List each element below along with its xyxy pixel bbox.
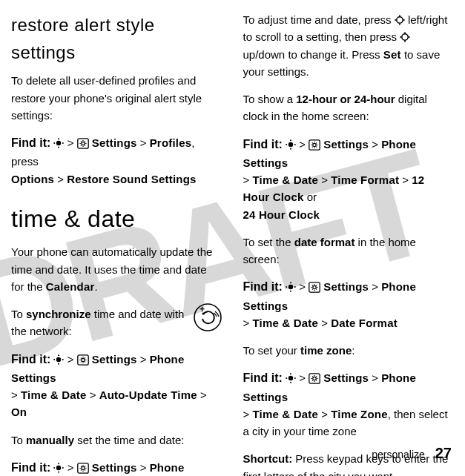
restore-intro: To delete all user-defined profiles and … [11, 72, 222, 124]
center-key-icon [53, 352, 64, 369]
page-number: 27 [435, 445, 452, 461]
settings-icon [309, 280, 320, 291]
find-it-label: Find it: [243, 138, 283, 151]
center-key-icon [53, 460, 64, 476]
page-columns: restore alert style settings To delete a… [11, 11, 454, 476]
tz-a: To set your [243, 344, 301, 357]
adj-c: up/down to change it. Press [243, 48, 383, 61]
df-b: date format [294, 236, 355, 248]
td-intro-c: . [95, 280, 98, 293]
left-column: restore alert style settings To delete a… [11, 11, 222, 476]
cf-a: To show a [243, 93, 297, 105]
or-text: or [304, 191, 317, 203]
path-time-zone: Time Zone [331, 408, 388, 420]
shortcut-label: Shortcut: [243, 452, 293, 465]
adjust-intro: To adjust time and date, press left/righ… [243, 11, 455, 80]
path-profiles: Profiles [150, 136, 192, 149]
path-settings: Settings [323, 138, 369, 151]
find-it-sync: Find it: > Settings > Phone Settings > T… [11, 351, 222, 421]
path-settings: Settings [92, 461, 137, 474]
settings-icon [309, 371, 320, 383]
sync-intro: To synchronize time and date with the ne… [11, 305, 222, 340]
manual-intro: To manually set the time and date: [11, 432, 222, 449]
clock-format-intro: To show a 12-hour or 24-hour digital clo… [243, 90, 455, 125]
path-time-date: Time & Date [252, 317, 318, 329]
sync-b: synchronize [26, 308, 91, 320]
path-settings: Settings [92, 136, 137, 149]
adj-a: To adjust time and date, press [243, 13, 395, 26]
section-name: personalize [372, 449, 425, 460]
path-time-date: Time & Date [252, 173, 318, 186]
path-options: Options [11, 173, 54, 185]
settings-icon [309, 138, 320, 149]
date-format-intro: To set the date format in the home scree… [243, 234, 455, 268]
center-key-icon [286, 371, 296, 388]
path-restore-sound: Restore Sound Settings [67, 173, 196, 185]
tz-c: : [352, 344, 354, 357]
set-key: Set [383, 48, 401, 61]
path-on: On [11, 406, 27, 418]
sync-network-icon [193, 303, 222, 337]
nav-key-icon [400, 30, 410, 40]
heading-restore-alert: restore alert style settings [11, 11, 222, 66]
time-date-intro: Your phone can automatically update the … [11, 243, 222, 295]
man-a: To [11, 434, 26, 446]
td-intro-a: Your phone can automatically update the … [11, 245, 212, 293]
center-key-icon [286, 137, 296, 154]
path-date-format: Date Format [331, 317, 398, 329]
center-key-icon [286, 280, 296, 297]
find-it-manual: Find it: > Settings > Phone Settings > T… [11, 459, 222, 476]
find-it-label: Find it: [11, 353, 50, 366]
sync-a: To [11, 308, 26, 320]
path-time-format: Time Format [331, 173, 399, 186]
find-it-dateformat: Find it: > Settings > Phone Settings > T… [243, 278, 455, 331]
find-it-label: Find it: [243, 371, 283, 384]
path-settings: Settings [323, 371, 369, 384]
man-c: set the time and date: [74, 434, 184, 446]
path-time-date: Time & Date [21, 389, 87, 401]
path-time-date: Time & Date [252, 408, 318, 420]
center-key-icon [53, 136, 64, 153]
settings-icon [77, 461, 89, 472]
find-it-label: Find it: [11, 461, 50, 474]
find-it-timezone: Find it: > Settings > Phone Settings > T… [243, 369, 455, 440]
df-a: To set the [243, 236, 294, 248]
find-it-timeformat: Find it: > Settings > Phone Settings > T… [243, 136, 455, 223]
cf-b: 12-hour or 24-hour [296, 93, 395, 105]
heading-time-date: time & date [11, 201, 222, 238]
man-b: manually [26, 434, 74, 446]
find-it-label: Find it: [11, 136, 50, 149]
nav-key-icon [395, 13, 405, 23]
path-settings: Settings [323, 280, 369, 293]
path-auto-update: Auto-Update Time [99, 389, 197, 401]
settings-icon [77, 353, 89, 364]
settings-icon [77, 136, 89, 148]
calendar-word: Calendar [46, 280, 95, 293]
page-footer: personalize 27 [372, 442, 452, 465]
find-it-restore: Find it: > Settings > Profiles, press Op… [11, 134, 222, 188]
path-settings: Settings [92, 353, 137, 366]
tz-b: time zone [300, 344, 352, 357]
path-24hr: 24 Hour Clock [243, 208, 320, 221]
time-zone-intro: To set your time zone: [243, 342, 455, 359]
find-it-label: Find it: [243, 280, 283, 293]
right-column: To adjust time and date, press left/righ… [243, 11, 455, 476]
